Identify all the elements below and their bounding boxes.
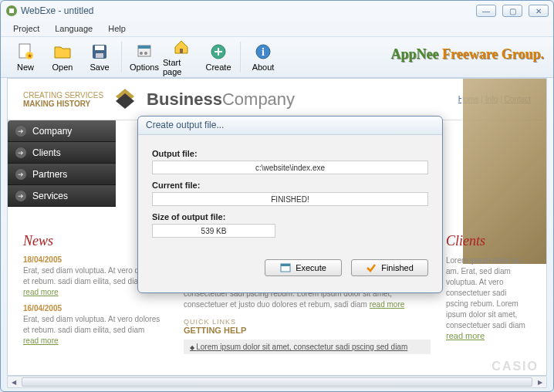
window-title: WebExe - untitled [21, 5, 94, 16]
quick-links-label: QUICK LINKS [184, 318, 431, 326]
casio-logo: CASIO [492, 360, 539, 373]
startpage-icon [172, 38, 191, 56]
clients-text: Lorem ipsum dolor sit am. Erat, sed diam… [446, 255, 531, 331]
toolbar-separator [121, 42, 123, 73]
button-label: Options [130, 63, 159, 72]
button-label: Start page [163, 58, 200, 76]
size-label: Size of output file: [152, 212, 428, 221]
quick-link-item[interactable]: Lorem ipsum dolor sit amet, consectetur … [184, 340, 431, 354]
menu-help[interactable]: Help [102, 22, 132, 35]
button-label: Create [205, 63, 231, 72]
execute-button[interactable]: Execute [265, 259, 342, 276]
svg-point-10 [140, 52, 143, 55]
dialog-body: Output file: c:\website\index.exe Curren… [138, 135, 442, 255]
readmore-link[interactable]: read more [446, 331, 485, 340]
svg-rect-1 [9, 8, 14, 13]
clients-title: Clients [446, 233, 531, 249]
brand-name: BusinessCompany [147, 90, 295, 110]
menubar: Project Language Help [1, 21, 553, 36]
svg-rect-17 [281, 264, 290, 266]
output-file-label: Output file: [152, 149, 428, 158]
minimize-button[interactable]: — [476, 5, 496, 17]
startpage-button[interactable]: Start page [163, 39, 200, 76]
output-file-value: c:\website\index.exe [152, 161, 428, 174]
open-button[interactable]: Open [44, 39, 81, 76]
nav-partners[interactable]: ➜Partners [8, 164, 116, 185]
size-value: 539 KB [152, 224, 275, 238]
create-button[interactable]: Create [200, 39, 237, 76]
button-label: New [17, 63, 34, 72]
save-icon [90, 42, 109, 61]
readmore-link[interactable]: read more [370, 300, 405, 309]
scroll-thumb[interactable] [22, 377, 532, 387]
close-button[interactable]: ✕ [529, 5, 549, 17]
maximize-button[interactable]: ▢ [502, 5, 522, 17]
svg-rect-6 [95, 46, 104, 50]
logo-icon [111, 86, 139, 113]
options-icon [135, 42, 154, 61]
brand-watermark: AppNee Freeware Group. [391, 46, 544, 63]
svg-rect-9 [138, 46, 150, 49]
dialog-title: Create output file... [138, 117, 442, 135]
horizontal-scrollbar[interactable]: ◀ ▶ [7, 376, 547, 388]
arrow-icon: ➜ [15, 191, 26, 201]
current-file-label: Current file: [152, 181, 428, 190]
toolbar: ★ New Open Save Options Start page Creat… [1, 36, 553, 78]
new-button[interactable]: ★ New [7, 39, 44, 76]
app-icon [5, 5, 18, 17]
svg-text:★: ★ [27, 52, 32, 59]
options-button[interactable]: Options [126, 39, 163, 76]
button-label: Save [90, 63, 109, 72]
scroll-right-button[interactable]: ▶ [534, 377, 546, 387]
menu-language[interactable]: Language [49, 22, 99, 35]
arrow-icon: ➜ [15, 169, 26, 180]
new-icon: ★ [16, 42, 35, 61]
nav-company[interactable]: ➜Company [8, 120, 116, 142]
arrow-icon: ➜ [15, 126, 26, 137]
news-text: Erat, sed diam voluptua. At vero dolores… [23, 314, 162, 346]
open-icon [53, 42, 72, 61]
create-output-dialog: Create output file... Output file: c:\we… [137, 116, 443, 293]
news-date: 16/04/2005 [23, 304, 162, 313]
svg-point-11 [144, 52, 147, 55]
execute-icon [280, 262, 291, 273]
save-button[interactable]: Save [81, 39, 118, 76]
scroll-left-button[interactable]: ◀ [8, 377, 20, 387]
button-label: About [252, 63, 275, 72]
getting-help-label: GETTING HELP [184, 326, 431, 335]
dialog-buttons: Execute Finished [138, 255, 442, 281]
toolbar-separator [240, 42, 242, 73]
menu-project[interactable]: Project [7, 22, 46, 35]
nav-clients[interactable]: ➜Clients [8, 142, 116, 164]
check-icon [366, 262, 377, 273]
finished-button[interactable]: Finished [351, 259, 428, 276]
readmore-link[interactable]: read more [23, 336, 59, 345]
svg-rect-7 [96, 53, 103, 58]
readmore-link[interactable]: read more [23, 288, 59, 296]
button-label: Open [52, 63, 73, 72]
titlebar: WebExe - untitled — ▢ ✕ [1, 1, 553, 21]
svg-text:i: i [262, 46, 265, 58]
svg-rect-12 [180, 49, 183, 53]
tagline: CREATING SERVICES MAKING HISTORY [23, 91, 103, 108]
create-icon [209, 42, 228, 61]
about-button[interactable]: i About [245, 39, 282, 76]
mid-column: consectetuer sadi pscing rebum. Lorem ip… [184, 287, 431, 354]
window-controls: — ▢ ✕ [476, 5, 549, 17]
about-icon: i [254, 42, 272, 61]
current-file-value: FINISHED! [152, 192, 428, 206]
nav-services[interactable]: ➜Services [8, 185, 116, 207]
clients-column: Clients Lorem ipsum dolor sit am. Erat, … [446, 233, 531, 340]
arrow-icon: ➜ [15, 147, 26, 158]
side-nav: ➜Company ➜Clients ➜Partners ➜Services [8, 120, 116, 207]
